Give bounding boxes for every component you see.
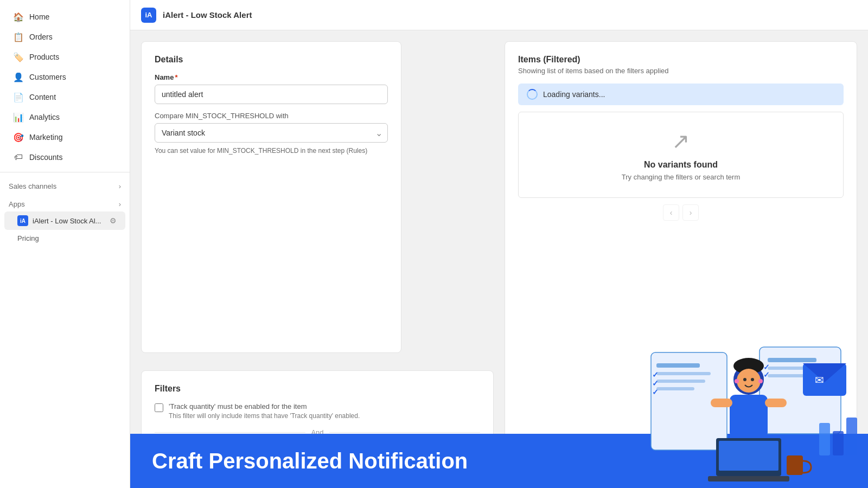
items-card: Items (Filtered) Showing list of items b…	[505, 41, 857, 477]
track-quantity-filter: 'Track quantity' must be enabled for the…	[155, 402, 480, 420]
track-quantity-hint: This filter will only include items that…	[169, 412, 360, 420]
ialert-app-label: iAlert - Low Stock Al...	[33, 217, 105, 225]
svg-rect-32	[833, 431, 844, 455]
compare-hint: You can set value for MIN_STOCK_THRESHOL…	[155, 146, 388, 156]
header-bar: iA iAlert - Low Stock Alert	[130, 0, 868, 30]
sidebar-item-customers[interactable]: 👤 Customers	[4, 67, 125, 87]
no-variants-icon: ↗	[529, 129, 832, 153]
svg-rect-29	[708, 476, 789, 481]
sidebar-item-label-discounts: Discounts	[29, 153, 62, 162]
sales-channels-section[interactable]: Sales channels ›	[0, 177, 130, 192]
orders-icon: 📋	[13, 31, 24, 42]
left-column: Details Name* Compare MIN_STOCK_THRESHOL…	[141, 41, 494, 477]
content-area: Details Name* Compare MIN_STOCK_THRESHOL…	[130, 30, 868, 488]
items-subtitle: Showing list of items based on the filte…	[518, 67, 844, 75]
home-icon: 🏠	[13, 11, 24, 22]
products-icon: 🏷️	[13, 52, 24, 62]
name-input[interactable]	[155, 85, 388, 104]
right-column: Items (Filtered) Showing list of items b…	[505, 41, 857, 477]
sidebar-item-discounts[interactable]: 🏷 Discounts	[4, 147, 125, 167]
discounts-icon: 🏷	[13, 152, 24, 163]
apps-label: Apps	[9, 200, 25, 208]
header-app-icon: iA	[141, 8, 156, 23]
bottom-banner: Craft Personalized Notification ✓ ✓ ✓	[130, 434, 868, 488]
content-icon: 📄	[13, 92, 24, 102]
sidebar-item-label-orders: Orders	[29, 33, 53, 41]
sidebar-item-label-marketing: Marketing	[29, 133, 62, 142]
track-quantity-checkbox[interactable]	[155, 403, 163, 412]
sidebar-item-orders[interactable]: 📋 Orders	[4, 27, 125, 47]
main-content: iA iAlert - Low Stock Alert Details Name…	[130, 0, 868, 488]
sidebar-item-analytics[interactable]: 📊 Analytics	[4, 107, 125, 127]
name-required: *	[175, 73, 177, 81]
filters-title: Filters	[155, 384, 480, 394]
sidebar-item-label-home: Home	[29, 12, 49, 21]
name-label: Name*	[155, 73, 388, 81]
customers-icon: 👤	[13, 72, 24, 82]
analytics-icon: 📊	[13, 112, 24, 123]
compare-label: Compare MIN_STOCK_THRESHOLD with	[155, 112, 388, 120]
prev-page-button[interactable]: ‹	[663, 204, 679, 221]
marketing-icon: 🎯	[13, 132, 24, 143]
sidebar-item-label-content: Content	[29, 93, 56, 101]
settings-icon[interactable]: ⚙	[110, 216, 117, 225]
no-variants-text: Try changing the filters or search term	[529, 173, 832, 181]
svg-rect-30	[787, 455, 803, 475]
sidebar-item-ialert[interactable]: iA iAlert - Low Stock Al... ⚙	[4, 211, 125, 230]
svg-rect-27	[716, 438, 781, 476]
details-title: Details	[155, 55, 388, 65]
loading-spinner	[527, 89, 538, 100]
apps-chevron-icon: ›	[119, 200, 121, 208]
sidebar-item-marketing[interactable]: 🎯 Marketing	[4, 127, 125, 147]
two-col-layout: Details Name* Compare MIN_STOCK_THRESHOL…	[141, 41, 857, 477]
sidebar-item-label-customers: Customers	[29, 73, 66, 81]
pagination: ‹ ›	[518, 204, 844, 221]
compare-select[interactable]: Variant stock	[155, 123, 388, 143]
sales-channels-chevron-icon: ›	[119, 182, 121, 190]
sidebar-item-pricing[interactable]: Pricing	[4, 231, 125, 246]
track-quantity-label: 'Track quantity' must be enabled for the…	[169, 402, 360, 410]
no-variants-title: No variants found	[529, 160, 832, 170]
items-title: Items (Filtered)	[518, 55, 844, 65]
no-variants-box: ↗ No variants found Try changing the fil…	[518, 112, 844, 198]
compare-select-wrapper: Variant stock ⌄	[155, 123, 388, 143]
loading-text: Loading variants...	[543, 90, 605, 99]
next-page-button[interactable]: ›	[682, 204, 699, 221]
sidebar: 🏠 Home 📋 Orders 🏷️ Products 👤 Customers …	[0, 0, 130, 488]
apps-section[interactable]: Apps ›	[0, 195, 130, 210]
sidebar-item-home[interactable]: 🏠 Home	[4, 7, 125, 27]
banner-text: Craft Personalized Notification	[152, 449, 468, 473]
sidebar-item-label-analytics: Analytics	[29, 113, 60, 121]
header-title: iAlert - Low Stock Alert	[163, 10, 252, 20]
sidebar-item-label-products: Products	[29, 53, 59, 61]
svg-rect-28	[719, 441, 778, 471]
sidebar-item-products[interactable]: 🏷️ Products	[4, 47, 125, 67]
ialert-app-icon: iA	[17, 215, 28, 226]
details-card: Details Name* Compare MIN_STOCK_THRESHOL…	[141, 41, 401, 353]
sidebar-navigation: 🏠 Home 📋 Orders 🏷️ Products 👤 Customers …	[0, 7, 130, 168]
sidebar-item-content[interactable]: 📄 Content	[4, 87, 125, 107]
loading-bar: Loading variants...	[518, 84, 844, 105]
